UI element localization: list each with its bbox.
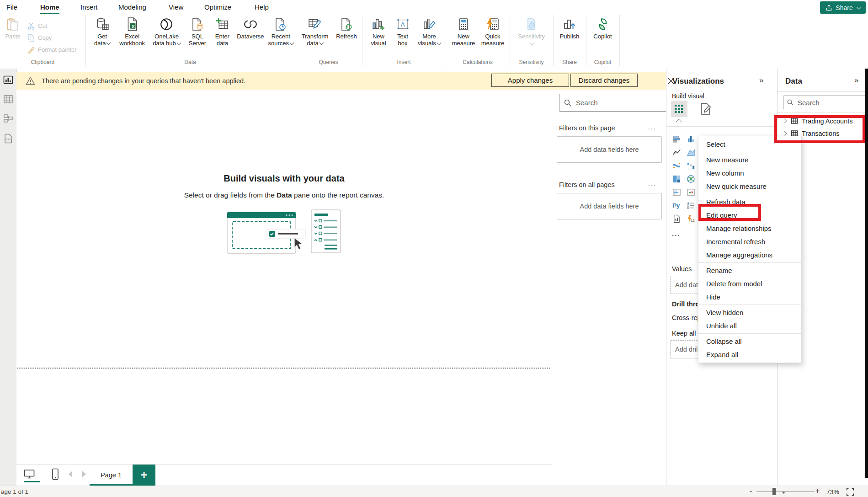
- more-visual-types[interactable]: ...: [672, 230, 681, 237]
- zoom-slider-track[interactable]: [756, 492, 815, 492]
- get-data-button[interactable]: Get data: [89, 15, 115, 47]
- filters-search-box[interactable]: [559, 94, 671, 112]
- menu-view[interactable]: View: [169, 3, 183, 11]
- context-menu-item-view-hidden[interactable]: View hidden: [698, 306, 801, 319]
- text-box-button[interactable]: A Text box: [391, 15, 414, 47]
- clustered-column-chart-icon[interactable]: [684, 133, 698, 146]
- dax-query-view-icon[interactable]: DAX: [3, 134, 13, 144]
- context-menu-item-delete-from-model[interactable]: Delete from model: [698, 277, 801, 290]
- context-menu-item-select[interactable]: Select: [698, 138, 801, 151]
- previous-page-icon[interactable]: [69, 471, 72, 477]
- menu-insert[interactable]: Insert: [80, 3, 98, 11]
- context-menu-item-new-measure[interactable]: New measure: [698, 153, 801, 166]
- format-painter-button[interactable]: Format painter: [27, 43, 77, 55]
- discard-changes-button[interactable]: Discard changes: [570, 74, 638, 87]
- sensitivity-icon: [525, 17, 538, 31]
- more-options-icon[interactable]: ...: [648, 180, 656, 187]
- more-options-icon[interactable]: ...: [648, 123, 656, 131]
- filters-all-pages-dropzone[interactable]: Add data fields here: [557, 193, 662, 219]
- refresh-button[interactable]: Refresh: [332, 15, 361, 40]
- recent-sources-button[interactable]: Recent sources: [267, 15, 295, 47]
- ribbon-chart-icon[interactable]: [670, 159, 684, 172]
- area-chart-icon[interactable]: [684, 146, 698, 159]
- publish-button[interactable]: Publish: [553, 15, 586, 40]
- context-menu-item-rename[interactable]: Rename: [698, 264, 801, 277]
- more-visuals-button[interactable]: More visuals: [414, 15, 444, 47]
- cut-button[interactable]: Cut: [27, 20, 77, 32]
- menu-file[interactable]: File: [6, 3, 17, 11]
- context-menu-item-edit-query[interactable]: Edit query: [698, 208, 801, 222]
- qna-visual-icon[interactable]: 123: [684, 212, 698, 225]
- fit-to-page-icon[interactable]: [846, 488, 854, 496]
- collapse-pane-icon[interactable]: »: [854, 76, 857, 85]
- sensitivity-button[interactable]: Sensitivity: [510, 15, 553, 46]
- context-menu-item-new-column[interactable]: New column: [698, 166, 801, 180]
- map-chart-icon[interactable]: [684, 172, 698, 186]
- treemap-icon[interactable]: [670, 172, 684, 186]
- context-menu-item-new-quick-measure[interactable]: New quick measure: [698, 180, 801, 193]
- context-menu-item-collapse-all[interactable]: Collapse all: [698, 335, 801, 348]
- menu-home[interactable]: Home: [40, 3, 59, 11]
- dataverse-button[interactable]: Dataverse: [234, 15, 266, 40]
- slicer-icon[interactable]: [684, 199, 698, 212]
- context-menu-item-expand-all[interactable]: Expand all: [698, 348, 801, 361]
- copy-button[interactable]: Copy: [27, 32, 77, 43]
- cut-icon: [27, 22, 35, 30]
- paste-button[interactable]: Paste: [2, 15, 24, 40]
- context-menu-item-unhide-all[interactable]: Unhide all: [698, 319, 801, 332]
- mobile-layout-icon[interactable]: [51, 468, 59, 480]
- data-table-row[interactable]: Trading Accounts: [777, 115, 866, 127]
- menu-help[interactable]: Help: [255, 3, 269, 11]
- context-menu-item-refresh-data[interactable]: Refresh data: [698, 195, 801, 208]
- chevron-expand-icon[interactable]: [783, 131, 787, 136]
- model-view-icon[interactable]: [3, 113, 13, 123]
- waterfall-chart-icon[interactable]: [684, 159, 698, 172]
- context-menu-item-manage-relationships[interactable]: Manage relationships: [698, 222, 801, 235]
- quick-measure-button[interactable]: Quick measure: [478, 15, 508, 47]
- line-chart-icon[interactable]: [670, 146, 684, 159]
- excel-label-2: workbook: [119, 40, 145, 47]
- report-view-icon[interactable]: [3, 75, 13, 85]
- context-menu-item-incremental-refresh[interactable]: Incremental refresh: [698, 235, 801, 248]
- selected-tab-caret: [676, 119, 682, 125]
- collapse-pane-icon[interactable]: »: [759, 76, 762, 85]
- stacked-bar-chart-icon[interactable]: [670, 133, 684, 146]
- menu-optimize[interactable]: Optimize: [204, 3, 231, 11]
- tab-build-visual[interactable]: [671, 101, 687, 117]
- table-view-icon[interactable]: [3, 94, 13, 104]
- zoom-slider-handle[interactable]: [772, 488, 776, 495]
- copilot-button[interactable]: Copilot: [586, 15, 619, 40]
- tab-format-visual[interactable]: [699, 102, 712, 115]
- zoom-in-button[interactable]: +: [815, 487, 820, 495]
- report-canvas[interactable]: Build visuals with your data Select or d…: [16, 90, 552, 464]
- desktop-layout-icon[interactable]: [24, 469, 35, 479]
- kpi-icon[interactable]: [684, 186, 698, 199]
- filters-this-page-dropzone[interactable]: Add data fields here: [557, 136, 662, 163]
- zoom-out-button[interactable]: -: [750, 487, 752, 495]
- context-menu-item-manage-aggregations[interactable]: Manage aggregations: [698, 248, 801, 262]
- share-button[interactable]: Share: [820, 1, 866, 14]
- add-page-button[interactable]: +: [133, 465, 155, 486]
- matrix-icon[interactable]: [670, 186, 684, 199]
- new-visual-button[interactable]: New visual: [366, 15, 391, 47]
- data-search-box[interactable]: [783, 96, 868, 109]
- sql-server-button[interactable]: SQL Server: [184, 15, 210, 47]
- page-tab[interactable]: Page 1: [90, 465, 133, 486]
- enter-data-button[interactable]: Enter data: [211, 15, 234, 47]
- filters-search-input[interactable]: [575, 98, 666, 107]
- close-banner-icon[interactable]: [666, 75, 676, 86]
- excel-workbook-button[interactable]: X Excel workbook: [115, 15, 149, 47]
- next-page-icon[interactable]: [82, 471, 86, 477]
- onelake-data-hub-button[interactable]: OneLake data hub: [149, 15, 184, 47]
- python-visual-icon[interactable]: Py: [670, 199, 684, 212]
- chevron-expand-icon[interactable]: [783, 119, 787, 123]
- new-measure-button[interactable]: New measure: [449, 15, 478, 47]
- context-menu-item-hide[interactable]: Hide: [698, 290, 801, 304]
- menu-modeling[interactable]: Modeling: [118, 3, 146, 11]
- chevron-down-icon: [530, 41, 534, 46]
- share-label: Share: [836, 4, 852, 11]
- transform-data-button[interactable]: Transform data: [298, 15, 332, 47]
- data-search-input[interactable]: [797, 98, 866, 107]
- apply-changes-button[interactable]: Apply changes: [491, 74, 569, 87]
- paginated-report-icon[interactable]: [670, 212, 684, 225]
